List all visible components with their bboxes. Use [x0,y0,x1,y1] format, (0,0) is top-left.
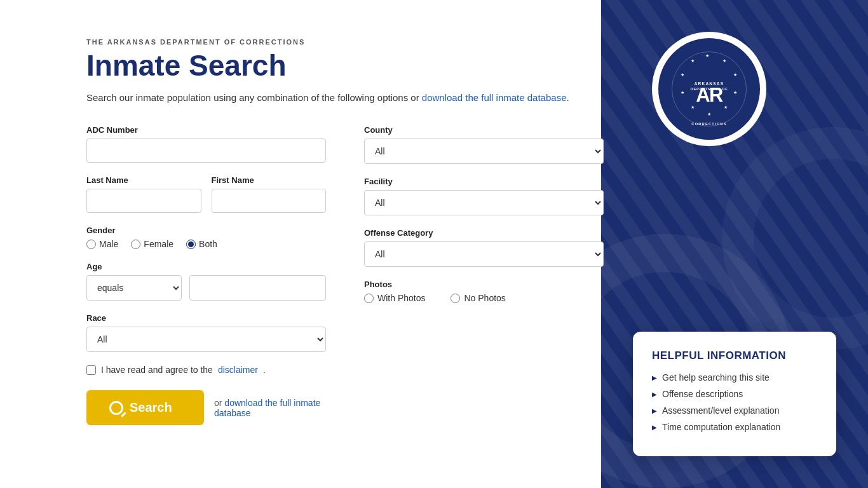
svg-text:★: ★ [733,90,737,95]
svg-text:★: ★ [691,105,695,109]
disclaimer-text: I have read and agree to the [101,365,213,375]
search-form: ADC Number Last Name First Name [86,125,604,425]
no-photos-radio[interactable] [451,294,460,303]
svg-text:★: ★ [724,105,728,109]
disclaimer-row: I have read and agree to the disclaimer. [86,365,326,375]
gender-male-label: Male [99,239,118,249]
with-photos-option[interactable]: With Photos [364,293,425,303]
disclaimer-link[interactable]: disclaimer [218,365,258,375]
gender-female-radio[interactable] [131,240,140,249]
first-name-input[interactable] [212,189,327,213]
page-title: Inmate Search [86,50,604,82]
gender-male-radio[interactable] [86,240,96,249]
list-item[interactable]: Assessment/level explanation [652,405,817,416]
name-row: Last Name First Name [86,175,326,213]
age-operator-select[interactable]: equals greater than less than [86,275,182,301]
facility-label: Facility [364,177,604,186]
helpful-title: HELPFUL INFORMATION [652,349,817,362]
svg-text:★: ★ [722,58,726,63]
with-photos-label: With Photos [377,293,425,303]
main-content: THE ARKANSAS DEPARTMENT OF CORRECTIONS I… [0,0,604,451]
gender-label: Gender [86,226,326,235]
facility-group: Facility All [364,177,604,215]
or-text: or [214,398,224,408]
race-group: Race All [86,313,326,352]
adc-number-group: ADC Number [86,125,326,163]
gender-male-option[interactable]: Male [86,239,118,249]
logo-inner: ★ ★ ★ ★ ★ ★ ★ ★ ★ ★ ARKANSAS DEPARTMENT … [658,38,760,140]
facility-select[interactable]: All [364,190,604,215]
form-right-column: County All Facility All Offense Category… [364,125,604,425]
svg-text:★: ★ [681,72,684,77]
disclaimer-checkbox[interactable] [86,365,96,375]
gender-both-option[interactable]: Both [186,239,217,249]
no-photos-label: No Photos [464,293,505,303]
list-item[interactable]: Offense descriptions [652,389,817,399]
svg-text:AR: AR [696,84,723,106]
time-computation-link[interactable]: Time computation explanation [662,422,780,432]
offense-descriptions-link[interactable]: Offense descriptions [662,389,743,399]
age-group: Age equals greater than less than [86,262,326,301]
offense-category-group: Offense Category All [364,228,604,267]
age-label: Age [86,262,326,271]
photos-options: With Photos No Photos [364,293,604,303]
search-button[interactable]: Search [86,390,204,425]
description-text-1: Search our inmate population using any c… [86,92,422,103]
gender-both-radio[interactable] [186,240,196,249]
offense-category-select[interactable]: All [364,241,604,267]
list-item[interactable]: Time computation explanation [652,422,817,432]
first-name-group: First Name [212,175,327,213]
logo-container: ★ ★ ★ ★ ★ ★ ★ ★ ★ ★ ARKANSAS DEPARTMENT … [652,32,766,146]
gender-both-label: Both [199,239,217,249]
dept-label: THE ARKANSAS DEPARTMENT OF CORRECTIONS [86,38,604,46]
last-name-input[interactable] [86,189,201,213]
offense-category-label: Offense Category [364,228,604,238]
download-db-link-header[interactable]: download the full inmate database [422,92,567,103]
last-name-label: Last Name [86,175,201,185]
gender-radio-group: Male Female Both [86,239,326,249]
with-photos-radio[interactable] [364,294,374,303]
age-value-input[interactable] [189,275,326,301]
search-button-row: Search or download the full inmate datab… [86,390,326,425]
assessment-level-link[interactable]: Assessment/level explanation [662,405,779,416]
age-row: equals greater than less than [86,275,326,301]
county-group: County All [364,125,604,164]
no-photos-option[interactable]: No Photos [451,293,505,303]
county-select[interactable]: All [364,139,604,164]
svg-text:★: ★ [733,72,737,77]
race-select[interactable]: All [86,327,326,352]
disclaimer-label[interactable]: I have read and agree to the disclaimer. [86,365,326,375]
page-description: Search our inmate population using any c… [86,91,604,105]
helpful-links-list: Get help searching this site Offense des… [652,372,817,432]
download-db-link-footer[interactable]: download the full inmate database [214,398,320,418]
first-name-label: First Name [212,175,327,185]
svg-text:★: ★ [705,53,709,58]
svg-text:★: ★ [681,90,684,95]
adc-number-label: ADC Number [86,125,326,135]
gender-female-label: Female [144,239,173,249]
description-end: . [567,92,569,103]
helpful-information-card: HELPFUL INFORMATION Get help searching t… [633,332,836,456]
photos-group: Photos With Photos No Photos [364,280,604,303]
gender-group: Gender Male Female Both [86,226,326,249]
photos-label: Photos [364,280,604,289]
search-or-text: or download the full inmate database [214,398,326,418]
name-group: Last Name First Name [86,175,326,213]
gender-female-option[interactable]: Female [131,239,173,249]
search-button-label: Search [130,400,172,415]
form-left-column: ADC Number Last Name First Name [86,125,326,425]
disclaimer-end: . [263,365,266,375]
search-icon [109,401,123,415]
svg-text:★: ★ [707,112,711,116]
list-item[interactable]: Get help searching this site [652,372,817,383]
logo-seal-svg: ★ ★ ★ ★ ★ ★ ★ ★ ★ ★ ARKANSAS DEPARTMENT … [668,48,750,130]
svg-text:CORRECTIONS: CORRECTIONS [691,122,726,126]
svg-text:★: ★ [691,58,695,63]
last-name-group: Last Name [86,175,201,213]
help-searching-link[interactable]: Get help searching this site [662,372,770,383]
county-label: County [364,125,604,135]
adc-number-input[interactable] [86,139,326,163]
race-label: Race [86,313,326,323]
